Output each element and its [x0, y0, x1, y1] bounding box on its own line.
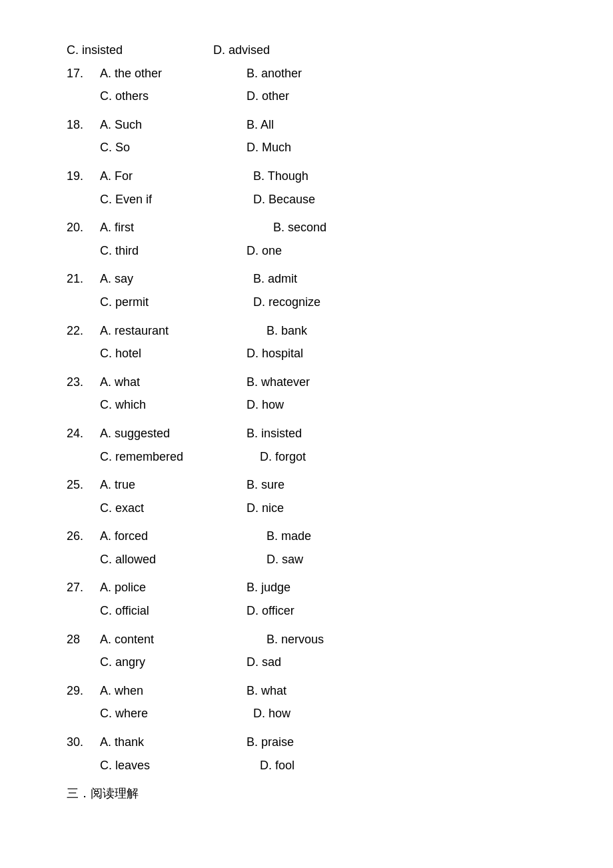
question-row-23-cd: C. which D. how	[67, 395, 560, 415]
q17-option-d: D. other	[247, 86, 380, 107]
option-d-advised: D. advised	[213, 40, 346, 61]
q21-option-d: D. recognize	[247, 292, 380, 313]
q22-option-c: C. hotel	[100, 343, 247, 364]
q22-option-a: A. restaurant	[100, 321, 247, 341]
q20-option-b: B. second	[247, 217, 380, 238]
question-row-17: 17. A. the other B. another	[67, 63, 560, 84]
q30-option-b: B. praise	[247, 732, 380, 753]
question-row-22: 22. A. restaurant B. bank	[67, 321, 560, 341]
q21-option-c: C. permit	[100, 292, 247, 313]
q28-option-b: B. nervous	[247, 629, 380, 650]
q18-option-c: C. So	[100, 137, 247, 158]
question-row-24: 24. A. suggested B. insisted	[67, 423, 560, 444]
q30-number: 30.	[67, 732, 100, 753]
question-row-23: 23. A. what B. whatever	[67, 372, 560, 393]
question-row-20-cd: C. third D. one	[67, 241, 560, 261]
question-row-24-cd: C. remembered D. forgot	[67, 447, 560, 467]
q21-option-a: A. say	[100, 269, 247, 289]
question-row-29: 29. A. when B. what	[67, 681, 560, 701]
q20-number: 20.	[67, 217, 100, 238]
q21-number: 21.	[67, 269, 100, 289]
q23-option-b: B. whatever	[247, 372, 380, 393]
q26-option-b: B. made	[247, 526, 380, 547]
q28-option-c: C. angry	[100, 652, 247, 673]
q19-option-a: A. For	[100, 166, 247, 187]
quiz-container: C. insisted D. advised 17. A. the other …	[67, 40, 560, 804]
q22-number: 22.	[67, 321, 100, 341]
q18-option-d: D. Much	[247, 137, 380, 158]
q26-option-a: A. forced	[100, 526, 247, 547]
q18-option-b: B. All	[247, 115, 380, 135]
question-row-25: 25. A. true B. sure	[67, 475, 560, 495]
q19-option-d: D. Because	[247, 189, 380, 210]
q19-option-b: B. Though	[247, 166, 380, 187]
q17-option-a: A. the other	[100, 63, 247, 84]
question-row-25-cd: C. exact D. nice	[67, 498, 560, 519]
question-row-cd-only: C. insisted D. advised	[67, 40, 560, 61]
q21-option-b: B. admit	[247, 269, 380, 289]
q27-option-c: C. official	[100, 601, 247, 621]
q23-option-d: D. how	[247, 395, 380, 415]
q29-option-c: C. where	[100, 703, 247, 724]
question-row-21-cd: C. permit D. recognize	[67, 292, 560, 313]
q30-option-a: A. thank	[100, 732, 247, 753]
q25-number: 25.	[67, 475, 100, 495]
question-row-17-cd: C. others D. other	[67, 86, 560, 107]
q27-number: 27.	[67, 577, 100, 598]
q17-option-c: C. others	[100, 86, 247, 107]
q30-option-c: C. leaves	[100, 755, 247, 776]
q23-option-a: A. what	[100, 372, 247, 393]
q27-option-d: D. officer	[247, 601, 380, 621]
q18-number: 18.	[67, 115, 100, 135]
q24-option-d: D. forgot	[247, 447, 380, 467]
q24-number: 24.	[67, 423, 100, 444]
q25-option-a: A. true	[100, 475, 247, 495]
question-row-22-cd: C. hotel D. hospital	[67, 343, 560, 364]
q23-number: 23.	[67, 372, 100, 393]
q29-option-b: B. what	[247, 681, 380, 701]
q20-option-a: A. first	[100, 217, 247, 238]
q25-option-c: C. exact	[100, 498, 247, 519]
option-c-insisted: C. insisted	[67, 40, 213, 61]
q23-option-c: C. which	[100, 395, 247, 415]
question-row-18: 18. A. Such B. All	[67, 115, 560, 135]
q24-option-a: A. suggested	[100, 423, 247, 444]
q30-option-d: D. fool	[247, 755, 380, 776]
q26-option-c: C. allowed	[100, 549, 247, 570]
q29-number: 29.	[67, 681, 100, 701]
question-row-26: 26. A. forced B. made	[67, 526, 560, 547]
q28-number: 28	[67, 629, 100, 650]
question-row-27: 27. A. police B. judge	[67, 577, 560, 598]
q19-number: 19.	[67, 166, 100, 187]
question-row-28-cd: C. angry D. sad	[67, 652, 560, 673]
q20-option-c: C. third	[100, 241, 247, 261]
question-row-19-cd: C. Even if D. Because	[67, 189, 560, 210]
q25-option-b: B. sure	[247, 475, 380, 495]
q24-option-c: C. remembered	[100, 447, 247, 467]
q17-option-b: B. another	[247, 63, 380, 84]
q27-option-b: B. judge	[247, 577, 380, 598]
question-row-18-cd: C. So D. Much	[67, 137, 560, 158]
q29-option-d: D. how	[247, 703, 380, 724]
section-title: 三．阅读理解	[67, 783, 560, 804]
question-row-28: 28 A. content B. nervous	[67, 629, 560, 650]
q25-option-d: D. nice	[247, 498, 380, 519]
question-row-19: 19. A. For B. Though	[67, 166, 560, 187]
question-row-27-cd: C. official D. officer	[67, 601, 560, 621]
q28-option-d: D. sad	[247, 652, 380, 673]
q24-option-b: B. insisted	[247, 423, 380, 444]
q26-number: 26.	[67, 526, 100, 547]
q20-option-d: D. one	[247, 241, 380, 261]
question-row-20: 20. A. first B. second	[67, 217, 560, 238]
question-row-30: 30. A. thank B. praise	[67, 732, 560, 753]
question-row-30-cd: C. leaves D. fool	[67, 755, 560, 776]
q29-option-a: A. when	[100, 681, 247, 701]
section-title-text: 三．阅读理解	[67, 783, 139, 804]
question-row-26-cd: C. allowed D. saw	[67, 549, 560, 570]
q19-option-c: C. Even if	[100, 189, 247, 210]
q27-option-a: A. police	[100, 577, 247, 598]
question-row-29-cd: C. where D. how	[67, 703, 560, 724]
q22-option-d: D. hospital	[247, 343, 380, 364]
q28-option-a: A. content	[100, 629, 247, 650]
question-row-21: 21. A. say B. admit	[67, 269, 560, 289]
